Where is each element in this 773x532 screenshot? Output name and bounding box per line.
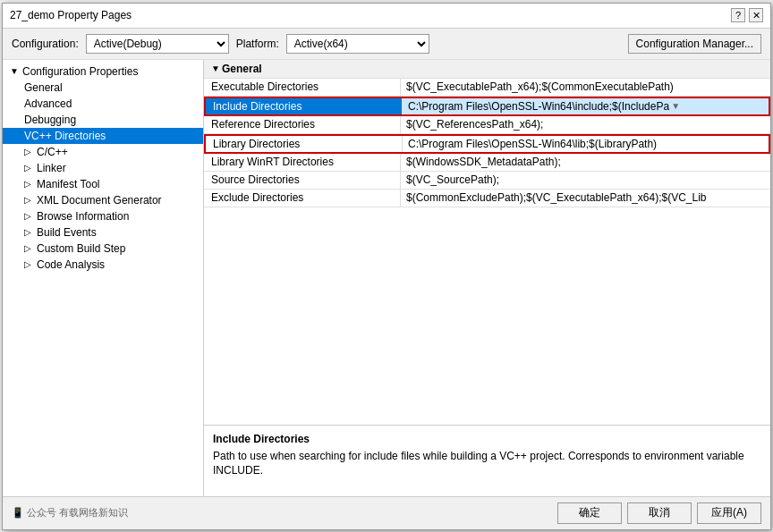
config-row: Configuration: Active(Debug) Platform: A…: [3, 29, 770, 60]
info-panel: Include Directories Path to use when sea…: [204, 425, 770, 496]
sidebar-label-custom-build: Custom Build Step: [37, 242, 125, 255]
dropdown-icon[interactable]: ▼: [671, 101, 680, 111]
platform-select[interactable]: Active(x64): [286, 34, 429, 54]
prop-value-include-dirs[interactable]: C:\Program Files\OpenSSL-Win64\include;$…: [403, 98, 769, 114]
config-manager-button[interactable]: Configuration Manager...: [628, 34, 761, 54]
expand-icon-code-analysis: ▷: [24, 259, 35, 269]
info-panel-text: Path to use when searching for include f…: [213, 449, 761, 479]
table-row: Library WinRT Directories $(WindowsSDK_M…: [204, 154, 770, 172]
bottom-buttons-bar: 📱 公众号 有载网络新知识 确定 取消 应用(A): [3, 496, 770, 529]
expand-icon-xml-doc: ▷: [24, 195, 35, 205]
table-row: Reference Directories $(VC_ReferencesPat…: [204, 116, 770, 134]
close-button[interactable]: ✕: [749, 8, 763, 22]
properties-table: ▼ General Executable Directories $(VC_Ex…: [204, 60, 770, 425]
section-header-label: General: [222, 63, 262, 75]
prop-value-winrt-dirs[interactable]: $(WindowsSDK_MetadataPath);: [401, 154, 770, 171]
sidebar-item-manifest-tool[interactable]: ▷ Manifest Tool: [3, 176, 203, 192]
section-expand-icon: ▼: [211, 63, 222, 73]
sidebar-item-linker[interactable]: ▷ Linker: [3, 160, 203, 176]
sidebar-label-debugging: Debugging: [24, 114, 76, 126]
expand-icon-config-props: ▼: [10, 66, 21, 76]
expand-icon-custom-build: ▷: [24, 243, 35, 253]
sidebar-label-general: General: [24, 81, 63, 94]
sidebar-item-advanced[interactable]: Advanced: [3, 96, 203, 112]
sidebar-item-code-analysis[interactable]: ▷ Code Analysis: [3, 257, 203, 273]
table-row: Source Directories $(VC_SourcePath);: [204, 172, 770, 190]
property-pages-dialog: 27_demo Property Pages ? ✕ Configuration…: [2, 3, 771, 530]
right-panel: ▼ General Executable Directories $(VC_Ex…: [204, 60, 770, 496]
dialog-title: 27_demo Property Pages: [10, 9, 132, 21]
sidebar-item-xml-doc[interactable]: ▷ XML Document Generator: [3, 192, 203, 208]
prop-name-exec-dirs: Executable Directories: [204, 79, 401, 96]
prop-name-include-dirs: Include Directories: [206, 98, 403, 114]
cancel-button[interactable]: 取消: [627, 502, 692, 524]
prop-name-lib-dirs: Library Directories: [206, 136, 403, 152]
expand-icon-manifest-tool: ▷: [24, 179, 35, 189]
sidebar-item-debugging[interactable]: Debugging: [3, 112, 203, 128]
expand-icon-build-events: ▷: [24, 227, 35, 237]
table-row: Library Directories C:\Program Files\Ope…: [204, 134, 770, 154]
sidebar-item-browse-info[interactable]: ▷ Browse Information: [3, 208, 203, 224]
sidebar-label-browse-info: Browse Information: [37, 210, 129, 223]
prop-value-exec-dirs[interactable]: $(VC_ExecutablePath_x64);$(CommonExecuta…: [401, 79, 770, 96]
watermark-text: 📱 公众号 有载网络新知识: [12, 506, 128, 519]
expand-icon-linker: ▷: [24, 163, 35, 173]
sidebar-item-custom-build[interactable]: ▷ Custom Build Step: [3, 241, 203, 257]
sidebar-label-c-cpp: C/C++: [37, 146, 68, 158]
sidebar-item-build-events[interactable]: ▷ Build Events: [3, 224, 203, 241]
sidebar-label-build-events: Build Events: [37, 226, 97, 239]
help-button[interactable]: ?: [731, 8, 745, 22]
ok-button[interactable]: 确定: [557, 502, 622, 524]
sidebar-item-general[interactable]: General: [3, 80, 203, 96]
config-label: Configuration:: [12, 38, 79, 50]
prop-name-ref-dirs: Reference Directories: [204, 116, 401, 133]
table-row: Executable Directories $(VC_ExecutablePa…: [204, 79, 770, 97]
sidebar-item-vc-dirs[interactable]: VC++ Directories: [3, 128, 203, 144]
expand-icon-browse-info: ▷: [24, 211, 35, 221]
watermark: 📱 公众号 有载网络新知识: [12, 506, 128, 519]
prop-name-src-dirs: Source Directories: [204, 172, 401, 189]
section-header: ▼ General: [204, 60, 770, 79]
title-bar: 27_demo Property Pages ? ✕: [3, 4, 770, 29]
sidebar-label-vc-dirs: VC++ Directories: [24, 130, 106, 142]
sidebar-label-advanced: Advanced: [24, 97, 72, 110]
prop-value-excl-dirs[interactable]: $(CommonExcludePath);$(VC_ExecutablePath…: [401, 190, 770, 207]
prop-name-excl-dirs: Exclude Directories: [204, 190, 401, 207]
apply-button[interactable]: 应用(A): [697, 502, 761, 524]
sidebar-label-xml-doc: XML Document Generator: [37, 194, 162, 207]
sidebar-label-config-props: Configuration Properties: [22, 65, 138, 78]
table-row: Exclude Directories $(CommonExcludePath)…: [204, 190, 770, 207]
expand-icon-c-cpp: ▷: [24, 147, 35, 156]
prop-value-src-dirs[interactable]: $(VC_SourcePath);: [401, 172, 770, 189]
sidebar-item-c-cpp[interactable]: ▷ C/C++: [3, 144, 203, 160]
sidebar: ▼ Configuration Properties General Advan…: [3, 60, 204, 496]
sidebar-label-linker: Linker: [37, 162, 66, 174]
sidebar-label-code-analysis: Code Analysis: [37, 258, 105, 271]
platform-label: Platform:: [236, 38, 279, 50]
main-content: ▼ Configuration Properties General Advan…: [3, 60, 770, 496]
prop-value-lib-dirs[interactable]: C:\Program Files\OpenSSL-Win64\lib;$(Lib…: [403, 136, 769, 152]
title-bar-buttons: ? ✕: [731, 8, 763, 22]
info-panel-title: Include Directories: [213, 433, 761, 445]
config-select[interactable]: Active(Debug): [86, 34, 229, 54]
sidebar-label-manifest-tool: Manifest Tool: [37, 178, 99, 190]
prop-name-winrt-dirs: Library WinRT Directories: [204, 154, 401, 171]
table-row: Include Directories C:\Program Files\Ope…: [204, 97, 770, 116]
prop-value-ref-dirs[interactable]: $(VC_ReferencesPath_x64);: [401, 116, 770, 133]
sidebar-item-config-props[interactable]: ▼ Configuration Properties: [3, 63, 203, 80]
